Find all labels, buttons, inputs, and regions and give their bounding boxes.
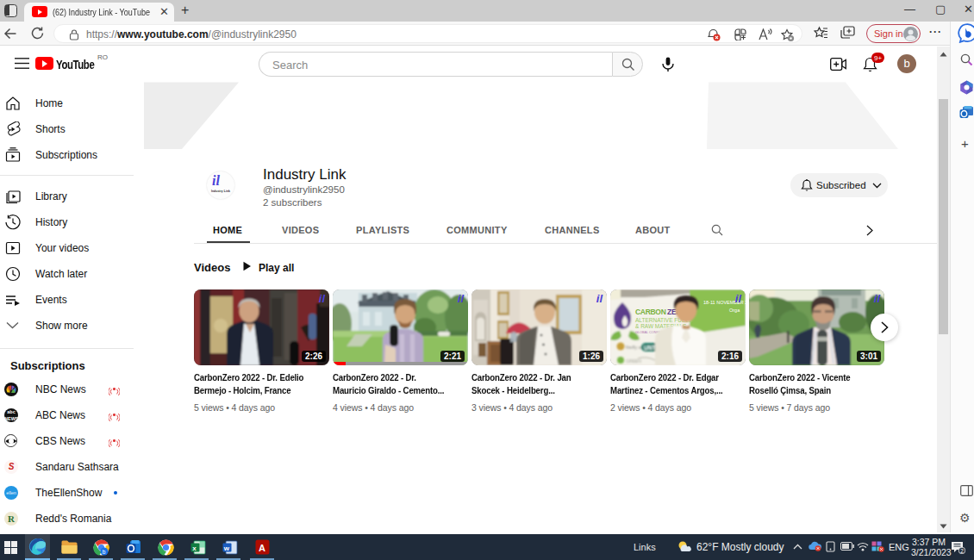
svg-text:b: b bbox=[103, 549, 106, 555]
svg-text:CARBON: CARBON bbox=[635, 308, 666, 316]
svg-text:2: 2 bbox=[960, 548, 964, 554]
svg-text:A: A bbox=[259, 543, 265, 553]
svg-text:Orga: Orga bbox=[729, 308, 740, 313]
svg-text:x: x bbox=[192, 544, 197, 552]
svg-text:w: w bbox=[223, 544, 230, 552]
svg-text:GREEN: GREEN bbox=[626, 358, 641, 364]
svg-text:firefly ab: firefly ab bbox=[626, 345, 644, 350]
